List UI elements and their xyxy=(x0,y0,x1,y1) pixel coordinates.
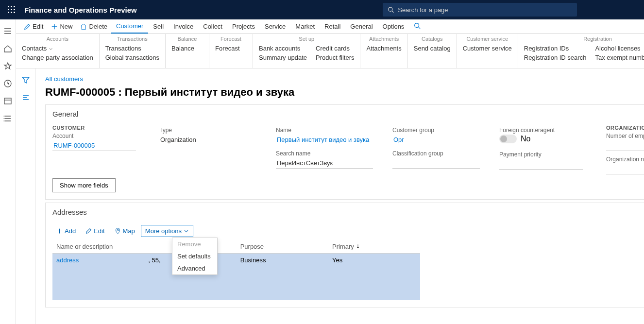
name-field[interactable] xyxy=(276,135,373,145)
ribbon-group-forecast: ForecastForecast xyxy=(209,34,253,68)
nav-favorites-icon[interactable] xyxy=(0,58,16,74)
breadcrumb-all-customers[interactable]: All customers xyxy=(45,75,83,83)
ribbon-group-transactions: TransactionsTransactionsGlobal transacti… xyxy=(100,34,166,68)
ribbon-link-transactions[interactable]: Transactions xyxy=(105,45,159,52)
nav-recent-icon[interactable] xyxy=(0,76,16,91)
general-header[interactable]: General xyxy=(46,105,644,123)
related-info-icon[interactable] xyxy=(19,91,33,104)
address-map-button[interactable]: Map xyxy=(111,225,139,237)
search-input[interactable] xyxy=(398,6,572,14)
address-add-button[interactable]: Add xyxy=(52,225,80,237)
addresses-header[interactable]: Addresses xyxy=(46,203,644,221)
address-edit-button[interactable]: Edit xyxy=(82,225,108,237)
col-purpose[interactable]: Purpose xyxy=(237,240,328,254)
global-search[interactable] xyxy=(383,3,577,17)
plus-icon xyxy=(51,23,58,30)
map-icon xyxy=(115,228,121,234)
left-nav-rail xyxy=(0,19,16,324)
customer-section-label: CUSTOMER xyxy=(52,125,140,131)
delete-button[interactable]: Delete xyxy=(76,19,111,34)
filter-icon[interactable] xyxy=(19,73,33,87)
addresses-card: Addresses Add Edit xyxy=(45,203,644,307)
ribbon-link-summary-update[interactable]: Summary update xyxy=(259,54,307,61)
svg-rect-2 xyxy=(14,6,15,7)
ribbon-link-credit-cards[interactable]: Credit cards xyxy=(316,45,354,52)
svg-rect-1 xyxy=(11,6,12,7)
tab-general[interactable]: General xyxy=(345,19,377,34)
address-name-cell[interactable]: address xyxy=(52,254,144,300)
actionbar-search-icon[interactable] xyxy=(409,22,425,31)
address-more-options-button[interactable]: More options xyxy=(141,225,193,237)
search-icon xyxy=(388,6,394,13)
nav-home-icon[interactable] xyxy=(0,41,16,56)
ribbon-group-title: Balance xyxy=(171,36,203,42)
tab-projects[interactable]: Projects xyxy=(227,19,260,34)
ribbon-link-attachments[interactable]: Attachments xyxy=(366,45,401,52)
ribbon-group-title: Transactions xyxy=(105,36,159,42)
ribbon-link-forecast[interactable]: Forecast xyxy=(215,45,240,52)
svg-rect-12 xyxy=(4,98,11,104)
ribbon-link-change-party-association[interactable]: Change party association xyxy=(22,54,93,61)
ribbon-group-balance: BalanceBalance xyxy=(166,34,209,68)
col-primary[interactable]: Primary xyxy=(328,240,420,254)
org-number-field[interactable] xyxy=(606,164,644,174)
tab-market[interactable]: Market xyxy=(290,19,320,34)
page-content: All customers RUMF-000005 : Первый инсти… xyxy=(35,68,644,324)
sort-down-icon xyxy=(356,244,360,249)
ribbon-link-customer-service[interactable]: Customer service xyxy=(463,45,512,52)
ribbon-link-product-filters[interactable]: Product filters xyxy=(316,54,354,61)
foreign-counteragent-value: No xyxy=(521,135,530,143)
addresses-toolbar: Add Edit Map More options xyxy=(52,223,644,240)
ribbon-link-global-transactions[interactable]: Global transactions xyxy=(105,54,159,61)
col-name[interactable]: Name or description xyxy=(52,240,144,254)
menu-item-remove: Remove xyxy=(172,238,217,250)
table-row[interactable]: address, 55,BusinessYes xyxy=(52,254,420,300)
tab-retail[interactable]: Retail xyxy=(320,19,345,34)
tab-options[interactable]: Options xyxy=(378,19,409,34)
ribbon-link-contacts[interactable]: Contacts xyxy=(22,45,93,52)
edit-button[interactable]: Edit xyxy=(20,19,47,34)
app-launcher-icon[interactable] xyxy=(4,2,19,17)
tab-customer[interactable]: Customer xyxy=(111,19,148,34)
tab-invoice[interactable]: Invoice xyxy=(169,19,198,34)
menu-item-set-defaults[interactable]: Set defaults xyxy=(172,250,217,262)
payment-priority-label: Payment priority xyxy=(499,151,587,158)
ribbon-group-title: Customer service xyxy=(463,36,512,42)
nav-hamburger-icon[interactable] xyxy=(0,23,16,39)
nav-modules-icon[interactable] xyxy=(0,111,16,126)
tab-collect[interactable]: Collect xyxy=(198,19,227,34)
plus-icon xyxy=(56,228,63,234)
nav-workspaces-icon[interactable] xyxy=(0,93,16,109)
type-label: Type xyxy=(159,127,256,134)
ribbon-link-balance[interactable]: Balance xyxy=(171,45,194,52)
ribbon-group-title: Set up xyxy=(259,36,354,42)
tab-sell[interactable]: Sell xyxy=(148,19,169,34)
payment-priority-field[interactable] xyxy=(499,159,583,170)
top-bar: Finance and Operations Preview xyxy=(0,0,644,19)
ribbon-group-title: Attachments xyxy=(366,36,401,42)
customer-group-field[interactable] xyxy=(392,135,480,145)
pencil-icon xyxy=(85,228,92,234)
search-name-field[interactable] xyxy=(276,158,373,169)
ribbon-link-registration-id-search[interactable]: Registration ID search xyxy=(524,54,587,61)
foreign-counteragent-toggle[interactable]: No xyxy=(499,135,530,143)
show-more-fields-button[interactable]: Show more fields xyxy=(52,178,116,192)
type-field[interactable] xyxy=(159,135,256,145)
ribbon-group-title: Registration xyxy=(524,36,644,42)
classification-group-field[interactable] xyxy=(392,158,480,169)
customer-group-label: Customer group xyxy=(392,127,480,134)
svg-rect-7 xyxy=(11,12,12,13)
ribbon-link-alcohol-licenses[interactable]: Alcohol licenses xyxy=(595,45,644,52)
ribbon-link-tax-exempt-number-search[interactable]: Tax exempt number search xyxy=(595,54,644,61)
svg-point-13 xyxy=(4,116,5,117)
ribbon-link-send-catalog[interactable]: Send catalog xyxy=(414,45,451,52)
account-field[interactable] xyxy=(52,140,136,151)
tab-service[interactable]: Service xyxy=(260,19,290,34)
menu-item-advanced[interactable]: Advanced xyxy=(172,262,217,274)
num-employees-field[interactable]: 0 xyxy=(606,140,644,151)
pencil-icon xyxy=(24,23,31,30)
ribbon-link-registration-ids[interactable]: Registration IDs xyxy=(524,45,587,52)
app-title: Finance and Operations Preview xyxy=(24,6,137,14)
ribbon-link-bank-accounts[interactable]: Bank accounts xyxy=(259,45,307,52)
new-button[interactable]: New xyxy=(47,19,76,34)
